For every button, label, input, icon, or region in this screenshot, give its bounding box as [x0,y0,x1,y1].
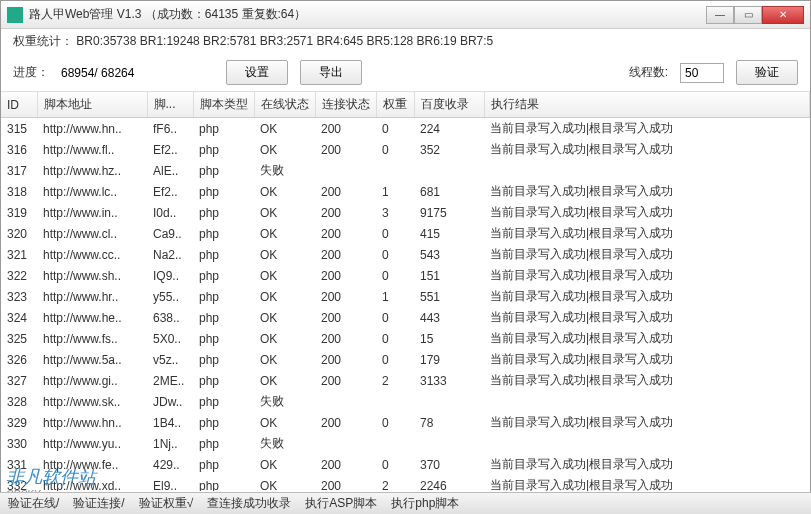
cell-sc: fF6.. [147,118,193,140]
table-row[interactable]: 316http://www.fl..Ef2..phpOK2000352当前目录写… [1,139,810,160]
column-header[interactable]: 脚本类型 [193,92,254,118]
table-row[interactable]: 317http://www.hz..AlE..php失败 [1,160,810,181]
status-verify-weight[interactable]: 验证权重√ [139,495,194,512]
cell-baidu [414,391,484,412]
cell-sc: 5X0.. [147,328,193,349]
column-header[interactable]: 脚... [147,92,193,118]
status-verify-online[interactable]: 验证在线/ [8,495,59,512]
verify-button[interactable]: 验证 [736,60,798,85]
table-row[interactable]: 320http://www.cl..Ca9..phpOK2000415当前目录写… [1,223,810,244]
cell-sc: El9.. [147,475,193,491]
cell-id: 328 [1,391,37,412]
cell-id: 316 [1,139,37,160]
cell-res: 当前目录写入成功|根目录写入成功 [484,223,810,244]
table-row[interactable]: 322http://www.sh..IQ9..phpOK2000151当前目录写… [1,265,810,286]
cell-baidu: 443 [414,307,484,328]
cell-url: http://www.sh.. [37,265,147,286]
cell-on: OK [254,244,315,265]
cell-sc: IQ9.. [147,265,193,286]
cell-sc: I0d.. [147,202,193,223]
table-row[interactable]: 323http://www.hr..y55..phpOK2001551当前目录写… [1,286,810,307]
window-title: 路人甲Web管理 V1.3 （成功数：64135 重复数:64） [29,6,706,23]
table-row[interactable]: 325http://www.fs..5X0..phpOK200015当前目录写入… [1,328,810,349]
cell-w: 0 [376,454,414,475]
cell-id: 330 [1,433,37,454]
column-header[interactable]: 执行结果 [484,92,810,118]
table-row[interactable]: 318http://www.lc..Ef2..phpOK2001681当前目录写… [1,181,810,202]
threads-input[interactable] [680,63,724,83]
cell-type: php [193,454,254,475]
cell-type: php [193,202,254,223]
cell-baidu: 151 [414,265,484,286]
status-run-asp[interactable]: 执行ASP脚本 [305,495,377,512]
cell-url: http://www.sk.. [37,391,147,412]
table-row[interactable]: 332http://www.xd..El9..phpOK20022246当前目录… [1,475,810,491]
table-row[interactable]: 315http://www.hn..fF6..phpOK2000224当前目录写… [1,118,810,140]
export-button[interactable]: 导出 [300,60,362,85]
cell-w: 0 [376,412,414,433]
column-header[interactable]: 脚本地址 [37,92,147,118]
minimize-button[interactable]: — [706,6,734,24]
cell-conn: 200 [315,328,376,349]
cell-id: 318 [1,181,37,202]
cell-id: 325 [1,328,37,349]
cell-sc: Ef2.. [147,181,193,202]
cell-baidu: 78 [414,412,484,433]
cell-type: php [193,160,254,181]
cell-w: 2 [376,370,414,391]
table-row[interactable]: 329http://www.hn..1B4..phpOK200078当前目录写入… [1,412,810,433]
cell-conn: 200 [315,307,376,328]
cell-id: 324 [1,307,37,328]
table-row[interactable]: 330http://www.yu..1Nj..php失败 [1,433,810,454]
status-query-index[interactable]: 查连接成功收录 [207,495,291,512]
cell-url: http://www.yu.. [37,433,147,454]
cell-conn: 200 [315,202,376,223]
cell-res: 当前目录写入成功|根目录写入成功 [484,202,810,223]
cell-res: 当前目录写入成功|根目录写入成功 [484,412,810,433]
cell-baidu: 15 [414,328,484,349]
cell-baidu: 551 [414,286,484,307]
progress-label: 进度： [13,64,49,81]
cell-id: 319 [1,202,37,223]
cell-on: OK [254,181,315,202]
cell-res [484,391,810,412]
table-row[interactable]: 324http://www.he..638..phpOK2000443当前目录写… [1,307,810,328]
column-header[interactable]: 百度收录 [414,92,484,118]
cell-w: 1 [376,286,414,307]
cell-res [484,160,810,181]
column-header[interactable]: 连接状态 [315,92,376,118]
column-header[interactable]: 权重 [376,92,414,118]
cell-url: http://www.hn.. [37,412,147,433]
cell-url: http://www.he.. [37,307,147,328]
close-button[interactable]: ✕ [762,6,804,24]
status-verify-connect[interactable]: 验证连接/ [73,495,124,512]
status-run-php[interactable]: 执行php脚本 [391,495,459,512]
cell-conn: 200 [315,139,376,160]
window-controls: — ▭ ✕ [706,6,804,24]
table-row[interactable]: 328http://www.sk..JDw..php失败 [1,391,810,412]
maximize-button[interactable]: ▭ [734,6,762,24]
cell-baidu [414,433,484,454]
cell-w: 0 [376,307,414,328]
table-row[interactable]: 326http://www.5a..v5z..phpOK2000179当前目录写… [1,349,810,370]
table-row[interactable]: 319http://www.in..I0d..phpOK20039175当前目录… [1,202,810,223]
cell-id: 329 [1,412,37,433]
cell-type: php [193,118,254,140]
cell-type: php [193,349,254,370]
cell-conn: 200 [315,370,376,391]
table-container[interactable]: ID脚本地址脚...脚本类型在线状态连接状态权重百度收录执行结果 315http… [1,91,810,491]
cell-baidu: 681 [414,181,484,202]
cell-conn: 200 [315,454,376,475]
cell-id: 317 [1,160,37,181]
cell-id: 326 [1,349,37,370]
table-row[interactable]: 321http://www.cc..Na2..phpOK2000543当前目录写… [1,244,810,265]
cell-sc: 429.. [147,454,193,475]
column-header[interactable]: ID [1,92,37,118]
table-row[interactable]: 327http://www.gi..2ME..phpOK20023133当前目录… [1,370,810,391]
cell-res: 当前目录写入成功|根目录写入成功 [484,328,810,349]
settings-button[interactable]: 设置 [226,60,288,85]
table-row[interactable]: 331http://www.fe..429..phpOK2000370当前目录写… [1,454,810,475]
cell-baidu: 179 [414,349,484,370]
column-header[interactable]: 在线状态 [254,92,315,118]
cell-type: php [193,391,254,412]
